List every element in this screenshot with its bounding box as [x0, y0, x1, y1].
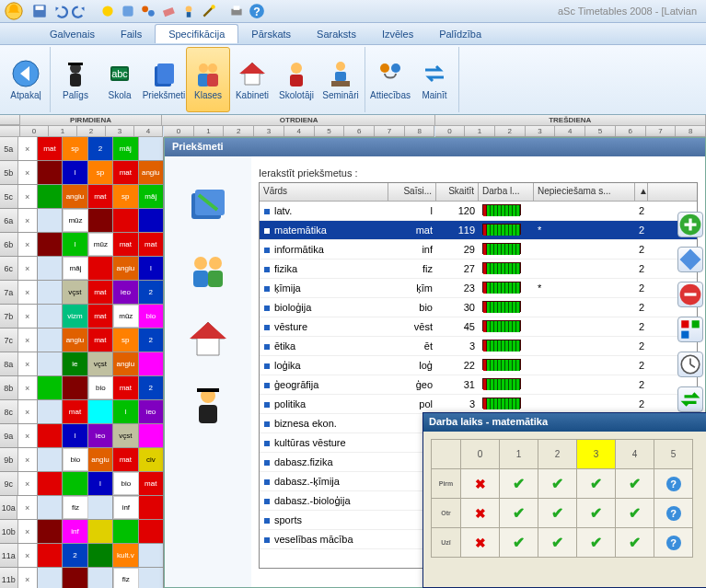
house-icon[interactable] — [186, 317, 230, 361]
svg-point-30 — [336, 62, 345, 71]
menu-palīdzība[interactable]: Palīdzība — [426, 25, 494, 43]
menu-specifikācija[interactable]: Specifikācija — [155, 24, 238, 43]
tool2-icon[interactable] — [120, 3, 136, 19]
table-row[interactable]: 7c×angiumatsp2 — [0, 329, 164, 352]
list-item[interactable]: ◆fizikafiz272 — [260, 259, 697, 279]
ribbon-klases[interactable]: Klases — [186, 47, 230, 112]
list-item[interactable]: ◆politikapol32 — [260, 395, 697, 414]
table-row[interactable]: 8c×matlìeo — [0, 400, 164, 424]
table-row[interactable]: 9a×lìeovçst — [0, 424, 164, 448]
teacher-icon[interactable] — [186, 383, 230, 427]
list-item[interactable]: ◆ģeogrāfijaģeo312 — [260, 375, 697, 395]
ribbon-attiecības[interactable]: Attiecības — [368, 47, 412, 112]
svg-rect-12 — [234, 6, 240, 10]
svg-point-10 — [211, 5, 215, 9]
print-icon[interactable] — [228, 3, 245, 19]
menu-saraksts[interactable]: Saraksts — [304, 25, 369, 43]
svg-point-37 — [194, 257, 207, 270]
palīgs-icon — [61, 59, 90, 88]
time-button[interactable] — [677, 352, 703, 377]
wizard-icon[interactable] — [180, 3, 197, 19]
list-item[interactable]: ◆ķīmijaķīm23*2 — [260, 279, 697, 298]
list-item[interactable]: ◆bioloģijabio302 — [260, 298, 697, 317]
svg-point-25 — [208, 63, 217, 73]
panel-title: Priekšmeti — [165, 138, 705, 156]
add-button[interactable] — [677, 212, 703, 237]
table-row[interactable]: 10a×fizinf — [0, 496, 164, 520]
svg-rect-29 — [290, 75, 303, 86]
priekšmeti-icon — [149, 59, 179, 88]
ribbon-palīgs[interactable]: Palīgs — [53, 47, 98, 112]
table-row[interactable]: 8a×ievçstangiu — [0, 352, 164, 376]
svg-rect-7 — [163, 7, 175, 17]
list-item[interactable]: ◆vēsturevēst452 — [260, 317, 697, 337]
tool3-icon[interactable] — [140, 3, 156, 19]
eraser-icon[interactable] — [160, 3, 177, 19]
students-icon[interactable] — [186, 250, 230, 294]
svg-rect-9 — [187, 12, 191, 17]
worktime-popup: Darba laiks - matemātika 012345 Pirm✖✔✔✔… — [422, 412, 706, 588]
ribbon-semināri[interactable]: Semināri — [318, 47, 363, 112]
list-item[interactable]: ◆matemātikamat119*2 — [260, 221, 697, 240]
svg-point-28 — [291, 63, 302, 74]
lessons-button[interactable] — [677, 317, 703, 342]
table-row[interactable]: 5c×angiumatspmāj — [0, 185, 164, 209]
table-row[interactable]: 6c×mājangiul — [0, 257, 164, 281]
svg-point-24 — [199, 63, 208, 73]
table-row[interactable]: 9c×lbiomat — [0, 472, 164, 496]
redo-icon[interactable] — [72, 3, 88, 19]
svg-rect-47 — [681, 320, 689, 328]
wand-icon[interactable] — [201, 3, 217, 19]
table-header: Vārds Saīsi... Skaitīt Darba l... Nepiec… — [260, 183, 697, 202]
svg-rect-17 — [70, 74, 81, 86]
table-row[interactable]: 11a×2kult.v — [0, 544, 164, 568]
ribbon: Atpakaļ PalīgsabcSkolaPriekšmetiKlasesKa… — [0, 45, 706, 115]
back-icon — [11, 59, 41, 88]
table-row[interactable]: 7a×vçstmatìeo2 — [0, 281, 164, 305]
tool-icon[interactable] — [99, 3, 116, 19]
menu-fails[interactable]: Fails — [108, 25, 155, 43]
svg-point-34 — [391, 63, 400, 73]
table-row[interactable]: 5b×lspmatangiu — [0, 161, 164, 185]
skola-icon: abc — [105, 59, 134, 88]
back-button[interactable]: Atpakaļ — [4, 47, 48, 112]
table-row[interactable]: 8b×biomat2 — [0, 376, 164, 400]
table-row[interactable]: 9b×bioangiumatciv — [0, 448, 164, 472]
menu-galvenais[interactable]: Galvenais — [37, 25, 108, 43]
menu-bar: GalvenaisFailsSpecifikācijaPārskatsSarak… — [0, 23, 706, 45]
ribbon-priekšmeti[interactable]: Priekšmeti — [142, 47, 186, 112]
mainīt-icon — [420, 59, 449, 88]
list-item[interactable]: ◆loģikaloģ222 — [260, 356, 697, 375]
edit-button[interactable] — [677, 247, 703, 272]
table-row[interactable]: 7b×vizmmatmūzbio — [0, 305, 164, 329]
list-item[interactable]: ◆ētikaēt32 — [260, 337, 697, 356]
popup-title: Darba laiks - matemātika — [423, 413, 706, 432]
menu-pārskats[interactable]: Pārskats — [238, 25, 304, 43]
svg-rect-48 — [692, 320, 700, 328]
table-row[interactable]: 6a×mūz — [0, 209, 164, 233]
kabineti-icon — [237, 59, 267, 88]
save-icon[interactable] — [31, 3, 48, 19]
ribbon-mainīt[interactable]: Mainīt — [412, 47, 457, 112]
menu-izvēles[interactable]: Izvēles — [369, 25, 426, 43]
list-item[interactable]: ◆latv.l1202 — [260, 202, 697, 221]
book-icon[interactable] — [186, 184, 230, 228]
delete-button[interactable] — [677, 282, 703, 307]
ribbon-skolotāji[interactable]: Skolotāji — [274, 47, 318, 112]
undo-icon[interactable] — [52, 3, 68, 19]
ribbon-skola[interactable]: abcSkola — [98, 47, 142, 112]
ribbon-kabineti[interactable]: Kabineti — [230, 47, 274, 112]
svg-rect-45 — [680, 249, 701, 271]
svg-rect-31 — [335, 72, 346, 81]
panel-label: Ierakstīt priekšmetus : — [259, 167, 698, 179]
worktime-grid[interactable]: 012345 Pirm✖✔✔✔✔?Otr✖✔✔✔✔?Uzī✖✔✔✔✔? — [431, 439, 693, 558]
table-row[interactable]: 6b×lmūzmatmat — [0, 233, 164, 257]
swap-button[interactable] — [677, 386, 703, 412]
table-row[interactable]: 11b×fiz — [0, 568, 164, 588]
svg-rect-23 — [157, 63, 174, 84]
table-row[interactable]: 5a×matsp2māj — [0, 137, 164, 161]
list-item[interactable]: ◆informātikainf292 — [260, 240, 697, 259]
table-row[interactable]: 10b×inf — [0, 520, 164, 544]
help-icon[interactable]: ? — [249, 3, 265, 19]
svg-text:?: ? — [253, 6, 260, 18]
